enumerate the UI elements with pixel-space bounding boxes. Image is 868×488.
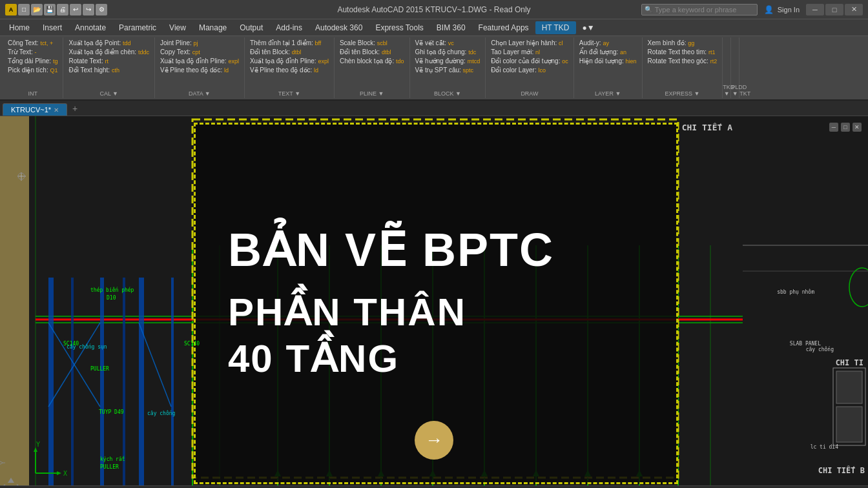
maximize-button[interactable]: □ (825, 4, 843, 15)
menu-video[interactable]: ●▼ (576, 21, 601, 34)
search-input[interactable] (655, 6, 754, 14)
right-panel-restore[interactable]: □ (841, 123, 850, 132)
ribbon-group-pldd: PLDD ▼ (731, 37, 739, 98)
ribbon-item-q1[interactable]: Pick diện tích: Q1 (6, 66, 59, 74)
menu-autodesk360[interactable]: Autodesk 360 (309, 21, 369, 34)
overlay-title-line2: PHẦN THÂN (228, 289, 466, 336)
ribbon-item-tct[interactable]: Công Text: tct, + (6, 39, 59, 47)
menu-addins[interactable]: Add-ins (269, 21, 309, 34)
svg-text:X: X (63, 470, 67, 477)
ribbon-item-cth[interactable]: Đổi Text hight: cth (67, 66, 150, 74)
menu-manage[interactable]: Manage (192, 21, 233, 34)
overlay-title-line3: 40 TẦNG (228, 336, 399, 382)
ribbon-item-gg[interactable]: Xem bình đồ: gg (646, 39, 719, 47)
minimize-button[interactable]: ─ (806, 4, 824, 15)
menu-insert[interactable]: Insert (36, 21, 68, 34)
ribbon-item-cl[interactable]: Chọn Layer hiện hành: cl (490, 39, 570, 47)
ribbon-item-bff[interactable]: Thêm đỉnh tại 1 điểm: bff (249, 39, 330, 47)
ribbon-item-hien[interactable]: Hiện đối tượng: hien (578, 57, 638, 65)
window-title: Autodesk AutoCAD 2015 KTRUCV~1.DWG - Rea… (337, 5, 530, 14)
menu-output[interactable]: Output (233, 21, 269, 34)
menu-home[interactable]: Home (3, 21, 36, 34)
canvas-area[interactable]: Y X Y (0, 116, 868, 485)
ribbon-item-vc[interactable]: Vẽ vết cắt: vc (414, 39, 482, 47)
ribbon-items-block: Vẽ vết cắt: vc Ghi tọa độ chung: tdc Vẽ … (414, 39, 482, 97)
signin-area: 👤 Sign In (764, 5, 800, 14)
ribbon-item-lco[interactable]: Đổi color Layer: lco (490, 66, 570, 74)
ribbon-items-cal: Xuất tọa độ Point: tdd Xuất tọa độ điểm … (67, 39, 150, 97)
ribbon-item-dtbl[interactable]: Đổi tên Block: dtbl (249, 48, 330, 56)
ribbon-item-cpt[interactable]: Copy Text: cpt (159, 48, 240, 56)
save-icon[interactable]: 💾 (44, 4, 56, 15)
ribbon-group-label-draw: DRAW (486, 90, 574, 97)
ribbon-item-dtbl2[interactable]: Đổi tên Block: dtbl (338, 48, 406, 56)
label-sc140-2: SC140 (184, 341, 200, 347)
svg-rect-30 (171, 278, 174, 485)
doc-tab-close[interactable]: ✕ (54, 107, 59, 114)
ribbon-item-expl2[interactable]: Xuất tọa độ đỉnh Pline: expl (249, 57, 330, 65)
menu-parametric[interactable]: Parametric (112, 21, 163, 34)
ribbon-group-label-int: INT (3, 90, 63, 97)
ribbon-group-express: Xem bình đồ: gg Rotate Text theo tim: rt… (643, 37, 723, 98)
ribbon-item-scbl[interactable]: Scale Block: scbl (338, 39, 406, 47)
ribbon-item-tru[interactable]: Trừ Text: - (6, 48, 59, 56)
ribbon-group-text: Thêm đỉnh tại 1 điểm: bff Đổi tên Block:… (245, 37, 335, 98)
ribbon-item-oc[interactable]: Đổi color của đối tượng: oc (490, 57, 570, 65)
label-tuyp: TUYP D49 (99, 409, 124, 415)
title-bar: A □ 📂 💾 🖨 ↩ ↪ ⚙ Autodesk AutoCAD 2015 KT… (0, 0, 868, 19)
label-cay-chong-3: cây chống (806, 347, 834, 352)
ribbon-group-label-block: BLOCK ▼ (410, 90, 486, 97)
ribbon-item-ld[interactable]: Vẽ Pline theo độ dốc: ld (159, 66, 240, 74)
open-icon[interactable]: 📂 (31, 4, 43, 15)
ribbon-item-tdo[interactable]: Chèn block tọa độ: tdo (338, 57, 406, 65)
close-button[interactable]: ✕ (845, 4, 863, 15)
arrow-button[interactable]: → (415, 421, 453, 460)
menu-annotate[interactable]: Annotate (68, 21, 112, 34)
search-box[interactable]: 🔍 (641, 4, 758, 15)
ribbon-item-rt2[interactable]: Rotate Text theo góc: rt2 (646, 57, 719, 65)
ribbon-item-mtcd[interactable]: Vẽ hướng đường: mtcd (414, 57, 482, 65)
ribbon-item-tdd[interactable]: Xuất tọa độ Point: tdd (67, 39, 150, 47)
menu-httkd[interactable]: HT TKD (535, 21, 576, 34)
ribbon-item-rt1[interactable]: Rotate Text theo tim: rt1 (646, 48, 719, 56)
signin-button[interactable]: Sign In (778, 6, 800, 14)
ribbon-item-pj[interactable]: Joint Pline: pj (159, 39, 240, 47)
ribbon-item-nl[interactable]: Tao Layer mới: nl (490, 48, 570, 56)
ribbon-item-tddc[interactable]: Xuất tọa độ điểm chèn: tddc (67, 48, 150, 56)
ribbon-item-an[interactable]: Ẩn đổi tượng: an (578, 48, 638, 56)
right-panel-close[interactable]: ✕ (852, 123, 862, 132)
menu-view[interactable]: View (163, 21, 192, 34)
menu-featuredapps[interactable]: Featured Apps (472, 21, 535, 34)
ribbon-item-rt[interactable]: Rotate Text: rt (67, 57, 150, 65)
workspace-icon[interactable]: ⚙ (96, 4, 107, 15)
ribbon-item-ld2[interactable]: Vẽ Pline theo độ dốc: ld (249, 66, 330, 74)
ribbon-group-tkt: TKT (739, 37, 747, 98)
doc-tab-add[interactable]: + (67, 101, 83, 116)
svg-text:Y: Y (36, 441, 40, 448)
label-slab: SLAB PANEL (790, 341, 821, 347)
search-icon: 🔍 (645, 6, 652, 13)
menu-bim360[interactable]: BIM 360 (430, 21, 472, 34)
svg-rect-28 (123, 278, 125, 485)
undo-icon[interactable]: ↩ (70, 4, 81, 15)
app-icon[interactable]: A (5, 4, 17, 15)
ribbon-item-expl[interactable]: Xuất tọa độ đỉnh Pline: expl (159, 57, 240, 65)
right-panel-minimize[interactable]: ─ (829, 123, 838, 132)
ribbon-group-label-tkd: TKD ▼ (723, 84, 730, 97)
ribbon-item-ay[interactable]: Audit-y: ay (578, 39, 638, 47)
ribbon-group-label-text: TEXT ▼ (245, 90, 334, 97)
redo-icon[interactable]: ↪ (83, 4, 94, 15)
status-bar: INT CAL ▼ DATA ▼ TEXT ▼ PLINE ▼ BLOCK ▼ … (0, 485, 868, 488)
ribbon-item-tdc[interactable]: Ghi tọa độ chung: tdc (414, 48, 482, 56)
ribbon-item-tg[interactable]: Tổng dài Pline: tg (6, 57, 59, 65)
new-icon[interactable]: □ (18, 4, 30, 15)
plot-icon[interactable]: 🖨 (57, 4, 68, 15)
overlay-title-line1: BẢN VẼ BPTC (228, 225, 554, 276)
user-icon: 👤 (764, 5, 774, 14)
menu-expresstools[interactable]: Express Tools (369, 21, 429, 34)
ribbon-item-sptc[interactable]: Vẽ trụ SPT câu: sptc (414, 66, 482, 74)
ribbon-group-label-cal: CAL ▼ (63, 90, 154, 97)
label-lc: lc ti di4 (811, 444, 838, 450)
doc-tab-ktrucv[interactable]: KTRUCV~1* ✕ (3, 103, 67, 116)
document-tabs: KTRUCV~1* ✕ + (0, 101, 868, 116)
